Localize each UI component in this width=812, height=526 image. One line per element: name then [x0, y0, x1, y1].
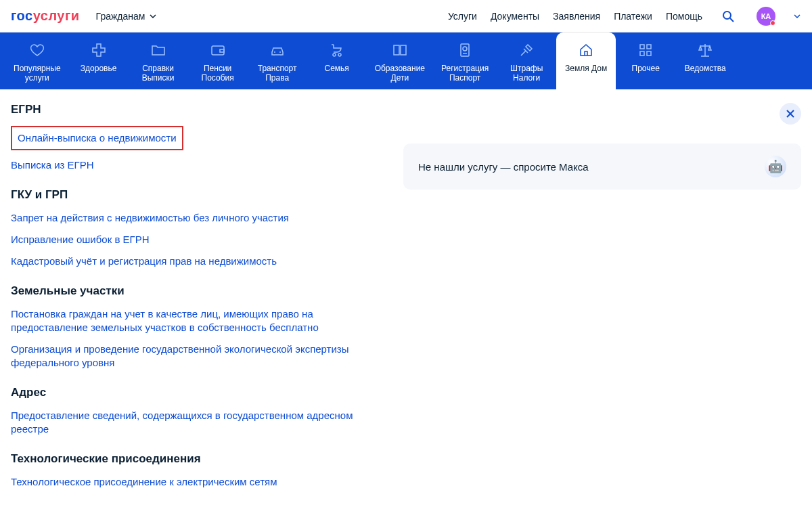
tab-book[interactable]: Образование Дети: [367, 32, 433, 89]
svg-point-9: [463, 47, 467, 51]
service-link[interactable]: Технологическое присоединение к электрич…: [11, 475, 383, 489]
tab-label: Ведомства: [685, 64, 726, 73]
assistant-prompt[interactable]: Не нашли услугу — спросите Макса: [403, 144, 801, 190]
service-link[interactable]: Постановка граждан на учет в качестве ли…: [11, 307, 383, 334]
svg-rect-2: [212, 46, 224, 55]
service-link[interactable]: Исправление ошибок в ЕГРН: [11, 233, 383, 246]
service-link[interactable]: Кадастровый учёт и регистрация прав на н…: [11, 255, 383, 268]
svg-line-1: [730, 18, 734, 22]
search-icon: [721, 9, 735, 23]
nav-applications[interactable]: Заявления: [553, 11, 600, 22]
tab-gavel[interactable]: Штрафы Налоги: [497, 32, 556, 89]
service-link[interactable]: Предоставление сведений, содержащихся в …: [11, 409, 383, 436]
tab-label: Штрафы Налоги: [510, 64, 543, 83]
header-bar: госуслуги Гражданам Услуги Документы Зая…: [0, 0, 812, 32]
tab-car[interactable]: Транспорт Права: [248, 32, 307, 89]
section-title: ЕГРН: [11, 103, 383, 116]
house-icon: [578, 42, 594, 58]
svg-rect-8: [461, 44, 469, 56]
tab-label: Транспорт Права: [258, 64, 297, 83]
folder-icon: [150, 42, 166, 58]
close-icon: [785, 108, 796, 119]
section-title: Технологические присоединения: [11, 452, 383, 466]
tab-label: Образование Дети: [375, 64, 425, 83]
book-icon: [392, 42, 408, 58]
tab-label: Семья: [324, 64, 348, 73]
tab-label: Прочее: [632, 64, 660, 73]
tab-wallet[interactable]: Пенсии Пособия: [188, 32, 248, 89]
tab-medical[interactable]: Здоровье: [69, 32, 129, 89]
section-title: Земельные участки: [11, 284, 383, 298]
audience-dropdown[interactable]: Гражданам: [96, 11, 158, 22]
service-link[interactable]: Онлайн-выписка о недвижимости: [11, 126, 183, 150]
svg-rect-14: [647, 51, 651, 56]
medical-icon: [91, 42, 107, 58]
svg-point-5: [279, 51, 281, 53]
tab-label: Регистрация Паспорт: [441, 64, 489, 83]
tab-passport[interactable]: Регистрация Паспорт: [433, 32, 497, 89]
nav-payments[interactable]: Платежи: [614, 11, 652, 22]
service-link[interactable]: Выписка из ЕГРН: [11, 158, 383, 172]
logo[interactable]: госуслуги: [11, 8, 80, 24]
assistant-avatar-icon: [765, 156, 786, 177]
content-area: ЕГРНОнлайн-выписка о недвижимостиВыписка…: [0, 89, 812, 505]
chevron-down-icon: [149, 12, 157, 20]
section-block: Технологические присоединенияТехнологиче…: [11, 452, 383, 489]
audience-label: Гражданам: [96, 11, 145, 22]
tab-heart[interactable]: Популярные услуги: [5, 32, 69, 89]
tab-label: Здоровье: [81, 64, 117, 73]
services-list[interactable]: ЕГРНОнлайн-выписка о недвижимостиВыписка…: [11, 103, 390, 505]
heart-icon: [29, 42, 45, 58]
service-link[interactable]: Запрет на действия с недвижимостью без л…: [11, 211, 383, 225]
scales-icon: [697, 42, 713, 58]
right-panel: Не нашли услугу — спросите Макса: [403, 103, 801, 505]
svg-point-0: [723, 12, 731, 19]
tab-stroller[interactable]: Семья: [307, 32, 367, 89]
tab-house[interactable]: Земля Дом: [556, 32, 616, 89]
stroller-icon: [329, 42, 345, 58]
tab-label: Популярные услуги: [14, 64, 61, 83]
notification-dot-icon: [770, 20, 775, 26]
section-block: ЕГРНОнлайн-выписка о недвижимостиВыписка…: [11, 103, 383, 172]
gavel-icon: [518, 42, 535, 58]
nav-documents[interactable]: Документы: [491, 11, 539, 22]
car-icon: [269, 42, 286, 58]
svg-point-4: [274, 51, 275, 53]
svg-rect-12: [647, 45, 651, 49]
tab-label: Земля Дом: [565, 64, 607, 73]
svg-point-7: [338, 53, 341, 56]
tab-folder[interactable]: Справки Выписки: [129, 32, 188, 89]
tab-grid[interactable]: Прочее: [616, 32, 675, 89]
assistant-text: Не нашли услугу — спросите Макса: [418, 161, 589, 173]
service-link[interactable]: Организация и проведение государственной…: [11, 343, 383, 370]
close-button[interactable]: [780, 103, 801, 125]
logo-uslugi: услуги: [33, 8, 80, 23]
section-block: Земельные участкиПостановка граждан на у…: [11, 284, 383, 370]
category-tabs: Популярные услугиЗдоровьеСправки Выписки…: [0, 32, 812, 89]
header-nav: Услуги Документы Заявления Платежи Помощ…: [448, 7, 801, 26]
nav-services[interactable]: Услуги: [448, 11, 477, 22]
tab-label: Справки Выписки: [142, 64, 175, 83]
svg-rect-13: [640, 51, 644, 56]
section-title: Адрес: [11, 386, 383, 399]
chevron-down-icon[interactable]: [793, 12, 801, 20]
wallet-icon: [210, 42, 226, 58]
logo-gos: гос: [11, 8, 33, 23]
tab-scales[interactable]: Ведомства: [675, 32, 735, 89]
search-button[interactable]: [721, 9, 735, 23]
tab-label: Пенсии Пособия: [202, 64, 234, 83]
svg-rect-11: [640, 45, 644, 49]
passport-icon: [457, 42, 473, 58]
grid-icon: [637, 42, 654, 58]
section-block: ГКУ и ГРПЗапрет на действия с недвижимос…: [11, 188, 383, 268]
section-title: ГКУ и ГРП: [11, 188, 383, 202]
user-avatar[interactable]: КА: [757, 7, 775, 26]
nav-help[interactable]: Помощь: [666, 11, 702, 22]
svg-rect-3: [220, 49, 224, 52]
avatar-initials: КА: [761, 12, 771, 20]
section-block: АдресПредоставление сведений, содержащих…: [11, 386, 383, 436]
svg-point-6: [333, 53, 336, 56]
